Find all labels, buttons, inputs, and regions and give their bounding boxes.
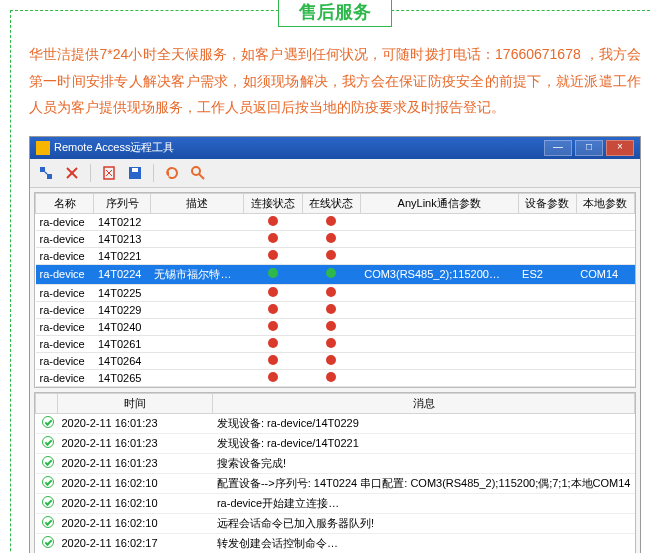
titlebar[interactable]: Remote Access远程工具 — □ × — [30, 137, 640, 159]
table-row[interactable]: ra-device14T0224无锡市福尔特…COM3(RS485_2);115… — [36, 264, 635, 284]
success-icon — [42, 536, 54, 548]
column-header[interactable]: 序列号 — [94, 193, 150, 213]
success-icon — [42, 416, 54, 428]
svg-rect-0 — [40, 167, 45, 172]
column-header[interactable]: AnyLink通信参数 — [360, 193, 518, 213]
status-dot-icon — [326, 338, 336, 348]
success-icon — [42, 496, 54, 508]
log-row[interactable]: 2020-2-11 16:02:10ra-device开始建立连接… — [36, 493, 635, 513]
status-dot-icon — [268, 338, 278, 348]
refresh-icon[interactable] — [164, 165, 180, 181]
table-row[interactable]: ra-device14T0212 — [36, 213, 635, 230]
table-row[interactable]: ra-device14T0264 — [36, 352, 635, 369]
table-row[interactable]: ra-device14T0240 — [36, 318, 635, 335]
success-icon — [42, 516, 54, 528]
section-container: 售后服务 华世洁提供7*24小时全天候服务，如客户遇到任何状况，可随时拨打电话：… — [10, 10, 650, 553]
connect-icon[interactable] — [38, 165, 54, 181]
column-header[interactable]: 设备参数 — [518, 193, 576, 213]
toolbar-separator — [153, 164, 154, 182]
status-dot-icon — [268, 304, 278, 314]
status-dot-icon — [268, 372, 278, 382]
column-header[interactable]: 连接状态 — [244, 193, 302, 213]
status-dot-icon — [326, 287, 336, 297]
status-dot-icon — [326, 321, 336, 331]
table-row[interactable]: ra-device14T0261 — [36, 335, 635, 352]
status-dot-icon — [326, 268, 336, 278]
svg-rect-1 — [47, 174, 52, 179]
success-icon — [42, 436, 54, 448]
status-dot-icon — [268, 287, 278, 297]
svg-point-11 — [192, 167, 200, 175]
toolbar — [30, 159, 640, 188]
svg-line-12 — [199, 174, 204, 179]
window-title: Remote Access远程工具 — [54, 140, 174, 155]
log-row[interactable]: 2020-2-11 16:02:10配置设备-->序列号: 14T0224 串口… — [36, 473, 635, 493]
table-row[interactable]: ra-device14T0213 — [36, 230, 635, 247]
table-row[interactable]: ra-device14T0221 — [36, 247, 635, 264]
log-row[interactable]: 2020-2-11 16:01:23发现设备: ra-device/14T022… — [36, 413, 635, 433]
close-button[interactable]: × — [606, 140, 634, 156]
success-icon — [42, 476, 54, 488]
column-header[interactable]: 本地参数 — [576, 193, 634, 213]
success-icon — [42, 456, 54, 468]
log-row[interactable]: 2020-2-11 16:02:10远程会话命令已加入服务器队列! — [36, 513, 635, 533]
status-dot-icon — [326, 372, 336, 382]
svg-line-2 — [45, 172, 47, 174]
column-header[interactable]: 描述 — [150, 193, 243, 213]
status-dot-icon — [268, 321, 278, 331]
table-row[interactable]: ra-device14T0225 — [36, 284, 635, 301]
column-header[interactable]: 时间 — [58, 393, 213, 413]
log-row[interactable]: 2020-2-11 16:02:17转发创建会话控制命令… — [36, 533, 635, 553]
status-dot-icon — [326, 250, 336, 260]
status-dot-icon — [268, 268, 278, 278]
app-screenshot: Remote Access远程工具 — □ × 名称序列号描述连接状态在线状态A… — [29, 136, 641, 553]
toolbar-separator — [90, 164, 91, 182]
status-dot-icon — [326, 233, 336, 243]
log-row[interactable]: 2020-2-11 16:01:23搜索设备完成! — [36, 453, 635, 473]
status-dot-icon — [326, 216, 336, 226]
log-row[interactable]: 2020-2-11 16:01:23发现设备: ra-device/14T022… — [36, 433, 635, 453]
table-row[interactable]: ra-device14T0229 — [36, 301, 635, 318]
status-dot-icon — [268, 355, 278, 365]
app-icon — [36, 141, 50, 155]
table-row[interactable]: ra-device14T0265 — [36, 369, 635, 386]
column-header[interactable]: 在线状态 — [302, 193, 360, 213]
device-grid: 名称序列号描述连接状态在线状态AnyLink通信参数设备参数本地参数 ra-de… — [34, 192, 636, 388]
disconnect-icon[interactable] — [64, 165, 80, 181]
status-dot-icon — [326, 304, 336, 314]
delete-icon[interactable] — [101, 165, 117, 181]
status-dot-icon — [268, 250, 278, 260]
column-header[interactable]: 消息 — [213, 393, 635, 413]
section-title: 售后服务 — [278, 0, 392, 27]
status-dot-icon — [326, 355, 336, 365]
minimize-button[interactable]: — — [544, 140, 572, 156]
status-dot-icon — [268, 233, 278, 243]
search-icon[interactable] — [190, 165, 206, 181]
column-header[interactable]: 名称 — [36, 193, 94, 213]
svg-rect-9 — [132, 168, 138, 172]
maximize-button[interactable]: □ — [575, 140, 603, 156]
log-panel: 时间消息 2020-2-11 16:01:23发现设备: ra-device/1… — [34, 392, 636, 553]
status-dot-icon — [268, 216, 278, 226]
save-icon[interactable] — [127, 165, 143, 181]
intro-paragraph: 华世洁提供7*24小时全天候服务，如客户遇到任何状况，可随时拨打电话：17660… — [29, 41, 641, 121]
